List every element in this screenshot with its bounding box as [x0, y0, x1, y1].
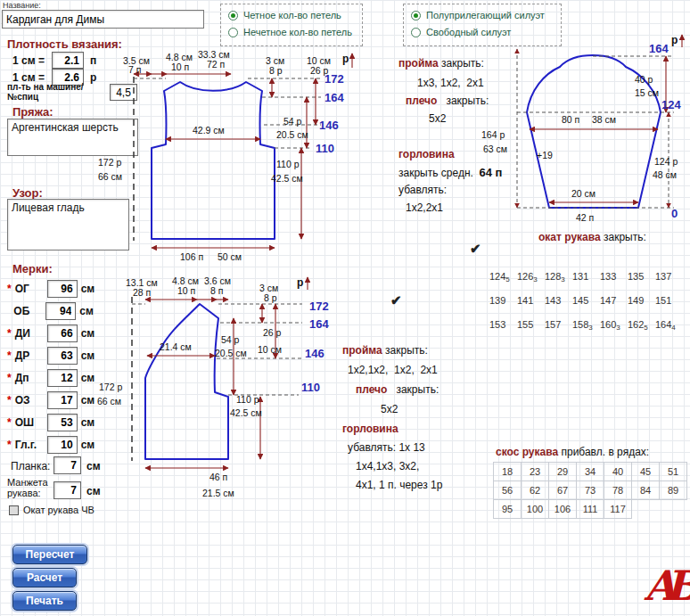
back-piece-diagram: 3.5 см 7 п 4.8 см 10 п 33.3 см 72 п 3 см…	[87, 46, 357, 269]
dp-input[interactable]	[47, 369, 78, 387]
machine-density-label-2: №спиц	[7, 92, 38, 102]
glg-input[interactable]	[47, 436, 78, 454]
cuff-label-2: рукава:	[7, 488, 41, 498]
okat-checkbox[interactable]	[9, 505, 19, 515]
bindoff-cell: 1625	[628, 313, 655, 340]
bindoff-cell: 147	[600, 289, 628, 316]
slope-cell: 62	[522, 481, 549, 500]
planka-input[interactable]	[53, 456, 81, 474]
ob-input[interactable]	[45, 302, 76, 320]
dim-label: 124 р	[654, 156, 678, 167]
back-neck-title: горловина	[398, 148, 455, 160]
dim-label: 42.5 см	[271, 173, 303, 184]
radio-dot-icon	[228, 11, 238, 21]
slope-cell: 56	[494, 481, 522, 500]
name-label: Название:	[3, 1, 41, 10]
front-shoulder-note: плечо закрыть:	[356, 383, 439, 396]
radio-odd-stitches[interactable]: Нечетное кол-во петель	[228, 27, 355, 37]
radio-even-stitches[interactable]: Четное кол-во петель	[228, 10, 355, 21]
radio-semifitted-label: Полуприлегающий силуэт	[426, 10, 545, 21]
print-button[interactable]: Печать	[12, 591, 77, 611]
slope-cell: 51	[660, 463, 687, 481]
bindoff-cell: 1644	[655, 313, 683, 340]
slope-cell	[632, 500, 660, 519]
measure-label: Дп	[15, 372, 44, 384]
bindoff-cell: 1583	[572, 313, 600, 340]
bindoff-cell: 149	[628, 289, 655, 316]
bindoff-row-1: 124512631283131133135137	[489, 265, 683, 292]
dim-label: 54 р	[221, 334, 240, 345]
bindoff-cell: 145	[572, 289, 600, 316]
shoulder-title: плечо	[406, 94, 437, 107]
measure-row-og: * ОГ см	[7, 280, 94, 298]
osh-input[interactable]	[47, 414, 78, 431]
slope-cell: 29	[549, 463, 577, 481]
name-input[interactable]	[2, 10, 204, 29]
checkmark-icon: ✔	[390, 292, 402, 308]
dim-label: 20.5 см	[276, 129, 308, 140]
front-neck-title: горловина	[342, 423, 398, 435]
required-star: *	[7, 372, 12, 384]
measurements-title: Мерки:	[12, 262, 53, 275]
og-input[interactable]	[47, 280, 78, 298]
shoulder-title: плечо	[356, 383, 387, 396]
row-axis-label: р	[671, 34, 678, 46]
yarn-title: Пряжа:	[12, 105, 53, 119]
slope-cell: 95	[494, 500, 522, 519]
pattern-title: Узор:	[12, 186, 43, 200]
slope-header: скос рукава прибавл. в рядах:	[496, 446, 649, 458]
slope-cell: 84	[632, 481, 660, 500]
recalc-button[interactable]: Пересчет	[12, 545, 87, 564]
dim-label: 10 п	[177, 285, 195, 296]
front-neck-seq-1: 1х4,1х3, 3х2,	[356, 460, 419, 472]
back-neck-seq: 1х2,2х1	[406, 201, 443, 214]
bindoff-cell: 143	[545, 289, 572, 316]
row-axis-label: р	[297, 276, 303, 289]
armhole-action: закрыть:	[441, 57, 484, 70]
planka-label: Планка:	[11, 460, 50, 472]
row-count: 146	[319, 119, 339, 132]
slope-title: скос рукава	[496, 446, 558, 458]
slope-row: 56626773788489	[494, 481, 687, 500]
sleeve-cap-title-red: окат рукава	[538, 231, 601, 243]
oz-input[interactable]	[47, 391, 78, 409]
bindoff-cell: 1245	[489, 265, 517, 292]
radio-semifitted[interactable]: Полуприлегающий силуэт	[411, 10, 554, 21]
slope-cell: 45	[632, 463, 660, 481]
bindoff-cell: 1263	[517, 265, 545, 292]
measure-row-di: * ДИ см	[7, 324, 94, 342]
front-outline	[145, 304, 228, 459]
dim-label: 21.4 см	[160, 341, 192, 352]
armhole-title: пройма	[398, 57, 439, 70]
dim-label: 28 п	[133, 287, 151, 298]
dr-input[interactable]	[47, 347, 78, 365]
row-count: 124	[661, 98, 681, 111]
density1-input[interactable]	[52, 52, 84, 69]
measure-row-osh: * ОШ см	[7, 414, 94, 431]
bindoff-cell: 141	[517, 289, 545, 316]
row-count: 146	[305, 347, 324, 360]
dim-label: 110 р	[276, 159, 300, 169]
measure-row-glg: * Гл.г. см	[7, 436, 94, 454]
slope-cell: 34	[577, 463, 604, 481]
okat-checkbox-label: Окат рукава ЧВ	[23, 505, 94, 515]
dim-label: 63 см	[483, 144, 507, 154]
radio-dot-icon	[228, 28, 238, 37]
row-count: 164	[309, 317, 329, 331]
slope-cell: 18	[494, 463, 522, 481]
cuff-input[interactable]	[53, 481, 81, 499]
machine-density-label-1: пл-ть на машине/	[7, 82, 84, 92]
dim-label: 8 р	[264, 292, 277, 303]
shoulder-action: закрыть:	[396, 383, 439, 396]
required-star: *	[7, 327, 12, 340]
di-input[interactable]	[47, 324, 78, 342]
dim-label: 21.5 см	[202, 488, 234, 498]
armhole-action: закрыть:	[385, 344, 428, 357]
slope-cell: 117	[604, 500, 632, 519]
dim-label: 8 п	[210, 285, 223, 296]
required-star-empty	[7, 305, 10, 317]
dim-label: 172 р	[99, 382, 122, 392]
row-count: 172	[309, 300, 329, 313]
calc-button[interactable]: Расчет	[12, 568, 77, 587]
radio-odd-label: Нечетное кол-во петель	[243, 27, 352, 37]
